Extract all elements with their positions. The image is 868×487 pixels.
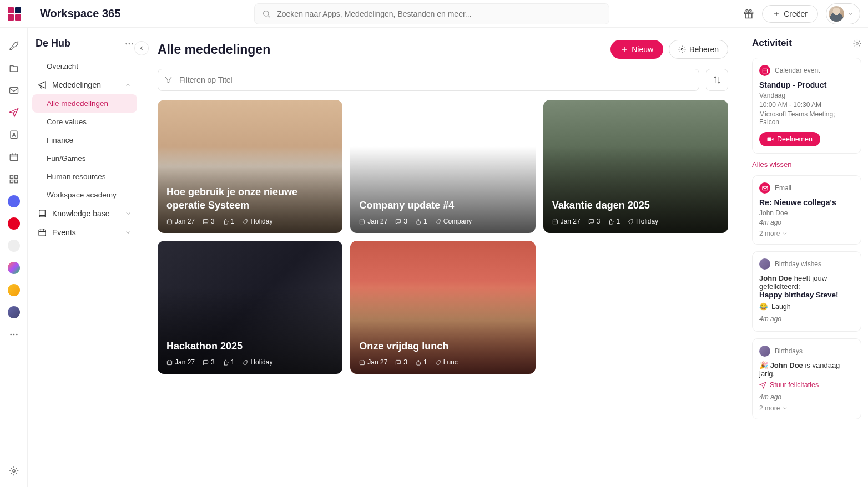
activity-card-calendar[interactable]: Calendar event Standup - Product Vandaag…	[752, 58, 861, 154]
avatar-icon	[759, 258, 770, 270]
activity-card-birthdays[interactable]: Birthdays 🎉 John Doe is vandaag jarig. S…	[752, 338, 861, 419]
svg-point-11	[10, 334, 12, 336]
svg-rect-23	[167, 361, 171, 364]
svg-rect-9	[10, 180, 13, 183]
card-date: Jan 27	[166, 217, 195, 225]
card-comments: 3	[203, 217, 215, 225]
create-button-label: Creëer	[784, 9, 808, 18]
svg-rect-7	[10, 175, 13, 178]
nav-mededelingen[interactable]: Mededelingen	[32, 75, 137, 94]
svg-rect-22	[553, 220, 557, 224]
megaphone-icon	[38, 80, 47, 89]
card-tag: Company	[435, 217, 472, 225]
chevron-up-icon	[125, 82, 132, 88]
chevron-down-icon	[125, 229, 132, 236]
nav-core-values[interactable]: Core values	[32, 113, 137, 131]
rail-mail-icon[interactable]	[8, 84, 20, 97]
card-likes: 1	[608, 217, 620, 225]
rail-app-discord[interactable]	[8, 195, 20, 207]
app-logo[interactable]	[8, 7, 21, 21]
rail-contact-icon[interactable]	[8, 129, 20, 141]
svg-point-17	[132, 43, 133, 44]
nav-alle-mededelingen[interactable]: Alle mededelingen	[32, 94, 137, 113]
svg-point-15	[125, 43, 127, 44]
card-likes: 1	[223, 217, 235, 225]
rail-calendar-icon[interactable]	[8, 151, 20, 163]
card-comments: 3	[588, 217, 600, 225]
rail-more-icon[interactable]	[8, 328, 20, 341]
new-button[interactable]: Nieuw	[610, 40, 663, 59]
svg-rect-10	[14, 180, 17, 183]
card-date: Jan 27	[359, 358, 387, 366]
card-tag: Holiday	[242, 358, 272, 366]
chevron-down-icon	[847, 11, 854, 17]
card-comments: 3	[203, 358, 215, 366]
rail-rocket-icon[interactable]	[8, 40, 20, 52]
card-tag: Holiday	[628, 217, 658, 225]
rail-folder-icon[interactable]	[8, 62, 20, 74]
join-meeting-button[interactable]: Deelnemen	[759, 132, 820, 146]
user-menu[interactable]	[826, 3, 860, 24]
sidebar-dots-icon[interactable]	[125, 43, 134, 45]
sidebar-collapse-button[interactable]	[134, 41, 149, 55]
activity-card-birthday-wish[interactable]: Birthday wishes John Doe heeft jouw gefe…	[752, 251, 861, 332]
activity-card-email[interactable]: Email Re: Nieuwe collega's John Doe 4m a…	[752, 175, 861, 245]
announcement-card[interactable]: Hackathon 2025 Jan 27 3 1 Holiday	[158, 241, 342, 374]
rail-app-figma[interactable]	[8, 262, 20, 274]
nav-academy[interactable]: Workspace academy	[32, 186, 137, 204]
announcement-card[interactable]: Vakantie dagen 2025 Jan 27 3 1 Holiday	[543, 100, 728, 233]
announcement-card[interactable]: Hoe gebruik je onze nieuwe operatie Syst…	[158, 100, 342, 233]
nav-finance[interactable]: Finance	[32, 131, 137, 149]
avatar-icon	[759, 346, 770, 357]
send-congrats-link[interactable]: Stuur felicitaties	[759, 381, 854, 389]
nav-knowledge-base[interactable]: Knowledge base	[32, 204, 137, 223]
rail-send-icon[interactable]	[8, 106, 20, 119]
announcement-card[interactable]: Company update #4 Jan 27 3 1 Company	[350, 100, 535, 233]
brand-name: Workspace 365	[40, 7, 120, 20]
gift-icon[interactable]	[743, 8, 754, 19]
clear-all-link[interactable]: Alles wissen	[752, 160, 861, 169]
calendar-event-icon	[759, 65, 770, 76]
svg-rect-26	[763, 69, 767, 73]
announcement-card[interactable]: Onze vrijdag lunch Jan 27 3 1 Lunc	[350, 241, 535, 374]
card-comments: 3	[395, 217, 407, 225]
sidebar-title: De Hub	[36, 38, 70, 49]
show-more-link[interactable]: 2 more	[759, 404, 854, 412]
nav-hr[interactable]: Human resources	[32, 168, 137, 186]
nav-events[interactable]: Events	[32, 223, 137, 242]
manage-button[interactable]: Beheren	[669, 40, 728, 59]
svg-rect-8	[14, 175, 17, 178]
svg-rect-20	[167, 220, 171, 224]
sort-button[interactable]	[706, 69, 728, 91]
svg-rect-6	[10, 154, 18, 161]
activity-settings-icon[interactable]	[853, 39, 861, 48]
nav-fun-games[interactable]: Fun/Games	[32, 149, 137, 168]
create-button[interactable]: Creëer	[762, 5, 818, 23]
card-title: Hackathon 2025	[166, 340, 334, 353]
svg-point-19	[681, 48, 683, 50]
card-title: Onze vrijdag lunch	[359, 340, 526, 353]
svg-point-14	[12, 470, 15, 473]
card-tag: Lunc	[435, 358, 458, 366]
svg-point-16	[129, 43, 130, 44]
rail-app-maps[interactable]	[8, 284, 20, 296]
show-more-link[interactable]: 2 more	[759, 230, 854, 237]
card-title: Company update #4	[359, 199, 526, 212]
filter-input[interactable]	[158, 69, 699, 91]
filter-icon	[164, 75, 173, 84]
rail-app-pinterest[interactable]	[8, 217, 20, 230]
card-comments: 3	[395, 358, 407, 366]
svg-point-12	[13, 334, 14, 336]
rail-apps-icon[interactable]	[8, 173, 20, 185]
search-input[interactable]	[254, 3, 609, 24]
rail-app-grey[interactable]	[8, 240, 20, 252]
user-avatar	[829, 6, 844, 22]
card-date: Jan 27	[166, 358, 195, 366]
nav-overzicht[interactable]: Overzicht	[32, 57, 137, 75]
svg-rect-24	[360, 361, 365, 364]
svg-point-25	[856, 42, 859, 44]
page-title: Alle mededelingen	[158, 42, 270, 57]
rail-settings-icon[interactable]	[8, 465, 20, 477]
svg-point-13	[16, 334, 18, 336]
rail-app-teams[interactable]	[8, 306, 20, 318]
